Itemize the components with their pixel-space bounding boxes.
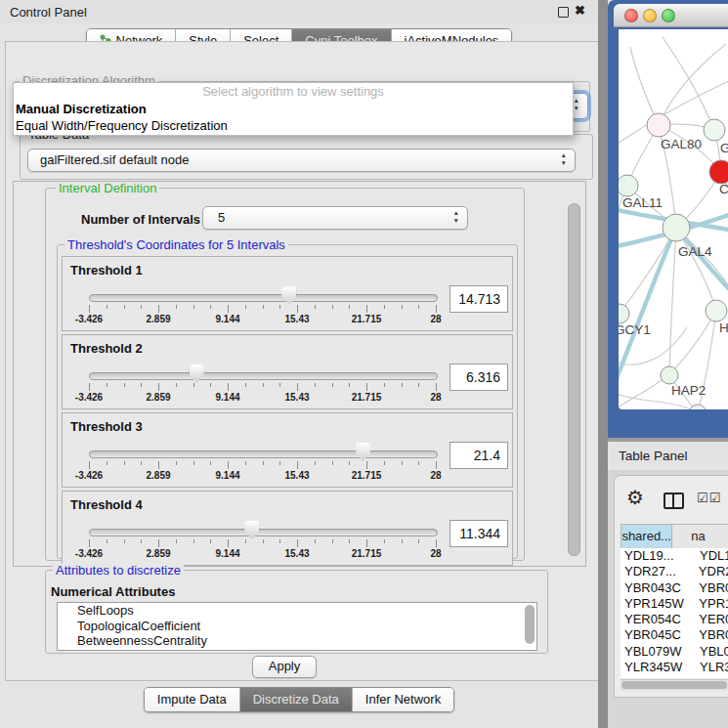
gear-icon[interactable]: ⚙ — [626, 486, 644, 509]
table-row[interactable]: YER054CYER0 — [621, 612, 728, 627]
tick-label: 28 — [430, 548, 441, 559]
tick-label: 2.859 — [146, 314, 170, 324]
popup-option-equal-width-frequency[interactable]: Equal Width/Frequency Discretization — [14, 117, 573, 134]
threshold-label: Threshold 4 — [70, 497, 143, 512]
table-data-value: galFiltered.sif default node — [40, 152, 189, 167]
interval-definition-label: Interval Definition — [56, 182, 159, 194]
cell-name: YDL1 — [695, 548, 728, 564]
network-node[interactable] — [706, 300, 727, 321]
slider-track[interactable] — [89, 450, 438, 458]
node-label: H — [719, 321, 728, 335]
network-node[interactable] — [619, 304, 629, 323]
threshold-value-field[interactable]: 21.4 — [450, 442, 508, 469]
network-edge[interactable] — [663, 37, 714, 130]
network-canvas[interactable]: GAL80GAL11GAL4GCY1HAP2GACH — [619, 29, 728, 409]
table-row[interactable]: YBL079WYBL0 — [621, 644, 728, 660]
tick-label: 21.715 — [352, 548, 382, 559]
table-row[interactable]: YBR045CYBR0 — [621, 627, 728, 643]
network-node[interactable] — [704, 119, 725, 141]
horizontal-scrollbar[interactable] — [621, 681, 727, 689]
numerical-attributes-list[interactable]: SelfLoopsTopologicalCoefficientBetweenne… — [57, 602, 537, 651]
tab-infer-network[interactable]: Infer Network — [353, 688, 453, 711]
table-row[interactable]: YPR145WYPR1 — [621, 596, 728, 612]
vertical-scrollbar[interactable] — [568, 203, 580, 556]
float-window-icon[interactable] — [558, 7, 569, 18]
threshold-label: Threshold 3 — [70, 419, 143, 434]
attribute-list-item[interactable]: BetweennessCentrality — [58, 633, 536, 649]
network-window-titlebar[interactable] — [614, 4, 728, 27]
close-icon[interactable]: ✖ — [575, 3, 585, 18]
tick-label: 21.715 — [352, 392, 382, 403]
cell-name: YLR3 — [695, 660, 728, 675]
network-edge[interactable] — [669, 228, 676, 375]
number-of-intervals-label: Number of Intervals — [81, 212, 200, 227]
column-split-icon[interactable] — [664, 492, 684, 509]
popup-option-manual-discretization[interactable]: Manual Discretization — [14, 101, 573, 117]
tick-label: 15.43 — [284, 548, 309, 559]
node-label: GA — [720, 141, 728, 155]
column-header-1[interactable]: shared... — [621, 525, 672, 548]
network-node[interactable] — [709, 160, 728, 184]
thresholds-group-label: Threshold's Coordinates for 5 Intervals — [64, 238, 288, 251]
slider-thumb[interactable] — [281, 286, 296, 305]
network-node[interactable] — [619, 175, 638, 196]
tick-label: -3.426 — [75, 548, 103, 559]
slider-track[interactable] — [89, 529, 438, 536]
threshold-value-field[interactable]: 14.713 — [450, 285, 508, 313]
slider-thumb[interactable] — [244, 521, 259, 539]
table-data-combobox[interactable]: galFiltered.sif default node ▲▼ — [27, 149, 576, 172]
tick-label: 15.43 — [284, 314, 309, 324]
network-edge[interactable] — [630, 47, 659, 125]
network-node[interactable] — [663, 214, 690, 241]
slider-track[interactable] — [89, 372, 438, 380]
table-row[interactable]: YIL052CYIL0 — [621, 675, 728, 678]
table-row[interactable]: YDR27...YDR2 — [621, 564, 728, 579]
panel-divider[interactable] — [598, 0, 608, 728]
cell-name: YPR1 — [694, 596, 728, 612]
threshold-panel-2: Threshold 2-3.4262.8599.14415.4321.71528… — [62, 334, 513, 409]
slider-track[interactable] — [89, 294, 438, 302]
tick-label: 2.859 — [146, 548, 170, 559]
network-node[interactable] — [647, 113, 670, 137]
tab-impute-data[interactable]: Impute Data — [145, 688, 240, 711]
horizontal-scrollbar-track — [621, 679, 728, 691]
tick-label: 9.144 — [215, 548, 239, 559]
tick-label: -3.426 — [75, 314, 103, 324]
threshold-label: Threshold 2 — [70, 341, 143, 356]
network-edge[interactable] — [669, 311, 716, 375]
table-row[interactable]: YBR043CYBR0 — [621, 580, 728, 596]
cell-shared-name: YLR345W — [621, 660, 695, 675]
slider-thumb[interactable] — [190, 364, 204, 383]
checkboxes-icon[interactable]: ☑☑ — [697, 491, 721, 505]
slider-thumb[interactable] — [356, 443, 370, 461]
cell-name: YBR0 — [694, 627, 728, 643]
attribute-list-item[interactable]: TopologicalCoefficient — [58, 619, 536, 634]
node-label: GAL11 — [622, 195, 663, 210]
network-edge-thick[interactable] — [619, 228, 676, 383]
close-traffic-light-icon[interactable] — [624, 9, 638, 22]
threshold-value-field[interactable]: 6.316 — [450, 364, 508, 391]
apply-button[interactable]: Apply — [252, 656, 317, 678]
column-header-2[interactable]: na — [672, 525, 728, 548]
cell-shared-name: YBL079W — [621, 644, 695, 660]
tick-label: 15.43 — [284, 470, 309, 481]
threshold-value-field[interactable]: 11.344 — [450, 520, 508, 547]
number-of-intervals-combobox[interactable]: 5 ▲▼ — [202, 206, 468, 230]
slider-ticks — [89, 539, 436, 548]
table-row[interactable]: YLR345WYLR3 — [621, 660, 728, 675]
tick-label: 9.144 — [215, 392, 239, 403]
tab-discretize-data[interactable]: Discretize Data — [240, 688, 353, 711]
slider-tick-labels: -3.4262.8599.14415.4321.71528 — [89, 548, 436, 559]
tab-label: Infer Network — [365, 692, 441, 707]
minimize-traffic-light-icon[interactable] — [643, 9, 657, 22]
zoom-traffic-light-icon[interactable] — [662, 9, 675, 22]
number-of-intervals-value: 5 — [218, 210, 225, 225]
attribute-list-item[interactable]: SelfLoops — [58, 603, 536, 619]
tick-label: 15.43 — [284, 392, 309, 403]
tick-label: 28 — [430, 470, 441, 481]
network-node[interactable] — [661, 366, 678, 384]
table-header-row: shared...na — [621, 524, 728, 549]
list-scrollbar[interactable] — [525, 605, 535, 644]
control-panel-titlebar: Control Panel ✖ — [0, 0, 598, 23]
table-row[interactable]: YDL19...YDL1 — [621, 548, 728, 564]
